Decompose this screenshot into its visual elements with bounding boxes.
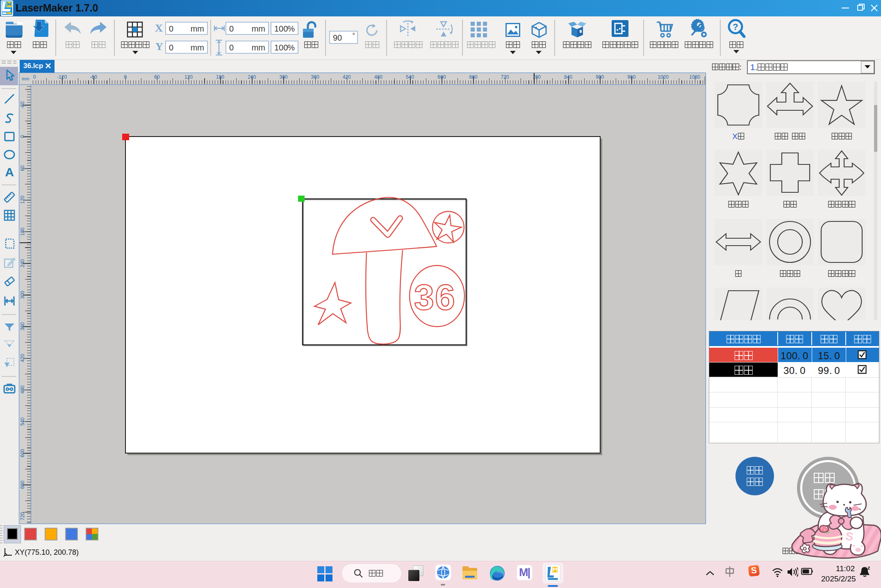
svg-text:A: A: [5, 166, 14, 178]
svg-text:z: z: [867, 565, 870, 571]
svg-text:?: ?: [733, 22, 738, 32]
